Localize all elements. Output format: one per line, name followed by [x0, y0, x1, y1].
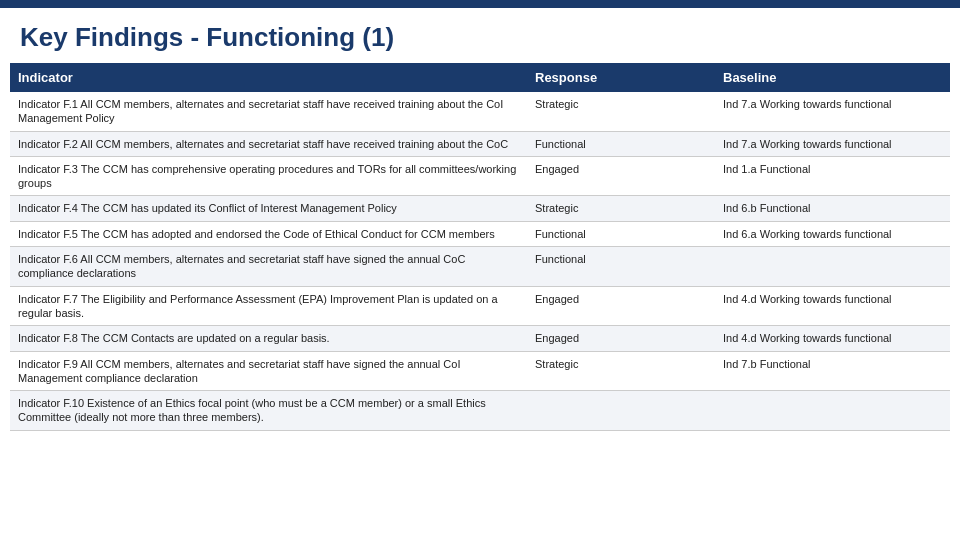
findings-table: Indicator Response Baseline Indicator F.… — [10, 63, 950, 431]
cell-indicator: Indicator F.7 The Eligibility and Perfor… — [10, 286, 527, 326]
cell-indicator: Indicator F.6 All CCM members, alternate… — [10, 247, 527, 287]
page: Key Findings - Functioning (1) Indicator… — [0, 0, 960, 540]
cell-baseline: Ind 6.a Working towards functional — [715, 221, 950, 246]
cell-response: Engaged — [527, 326, 715, 351]
table-row: Indicator F.7 The Eligibility and Perfor… — [10, 286, 950, 326]
cell-response: Functional — [527, 247, 715, 287]
top-bar — [0, 0, 960, 8]
cell-baseline — [715, 391, 950, 431]
cell-response: Engaged — [527, 156, 715, 196]
cell-indicator: Indicator F.3 The CCM has comprehensive … — [10, 156, 527, 196]
table-container: Indicator Response Baseline Indicator F.… — [0, 63, 960, 540]
table-row: Indicator F.5 The CCM has adopted and en… — [10, 221, 950, 246]
title-section: Key Findings - Functioning (1) — [0, 8, 960, 63]
cell-indicator: Indicator F.4 The CCM has updated its Co… — [10, 196, 527, 221]
table-row: Indicator F.9 All CCM members, alternate… — [10, 351, 950, 391]
cell-baseline: Ind 1.a Functional — [715, 156, 950, 196]
cell-response: Functional — [527, 131, 715, 156]
page-title: Key Findings - Functioning (1) — [20, 22, 940, 53]
cell-response — [527, 391, 715, 431]
cell-indicator: Indicator F.1 All CCM members, alternate… — [10, 92, 527, 131]
cell-indicator: Indicator F.8 The CCM Contacts are updat… — [10, 326, 527, 351]
cell-baseline — [715, 247, 950, 287]
cell-indicator: Indicator F.2 All CCM members, alternate… — [10, 131, 527, 156]
cell-response: Engaged — [527, 286, 715, 326]
cell-indicator: Indicator F.9 All CCM members, alternate… — [10, 351, 527, 391]
cell-baseline: Ind 4.d Working towards functional — [715, 326, 950, 351]
cell-response: Functional — [527, 221, 715, 246]
cell-baseline: Ind 4.d Working towards functional — [715, 286, 950, 326]
table-row: Indicator F.4 The CCM has updated its Co… — [10, 196, 950, 221]
table-row: Indicator F.3 The CCM has comprehensive … — [10, 156, 950, 196]
cell-baseline: Ind 7.a Working towards functional — [715, 131, 950, 156]
header-baseline: Baseline — [715, 63, 950, 92]
cell-indicator: Indicator F.10 Existence of an Ethics fo… — [10, 391, 527, 431]
table-row: Indicator F.6 All CCM members, alternate… — [10, 247, 950, 287]
header-indicator: Indicator — [10, 63, 527, 92]
cell-baseline: Ind 7.b Functional — [715, 351, 950, 391]
cell-indicator: Indicator F.5 The CCM has adopted and en… — [10, 221, 527, 246]
cell-baseline: Ind 6.b Functional — [715, 196, 950, 221]
cell-baseline: Ind 7.a Working towards functional — [715, 92, 950, 131]
table-row: Indicator F.1 All CCM members, alternate… — [10, 92, 950, 131]
cell-response: Strategic — [527, 351, 715, 391]
cell-response: Strategic — [527, 196, 715, 221]
table-row: Indicator F.8 The CCM Contacts are updat… — [10, 326, 950, 351]
table-row: Indicator F.10 Existence of an Ethics fo… — [10, 391, 950, 431]
cell-response: Strategic — [527, 92, 715, 131]
table-row: Indicator F.2 All CCM members, alternate… — [10, 131, 950, 156]
header-response: Response — [527, 63, 715, 92]
